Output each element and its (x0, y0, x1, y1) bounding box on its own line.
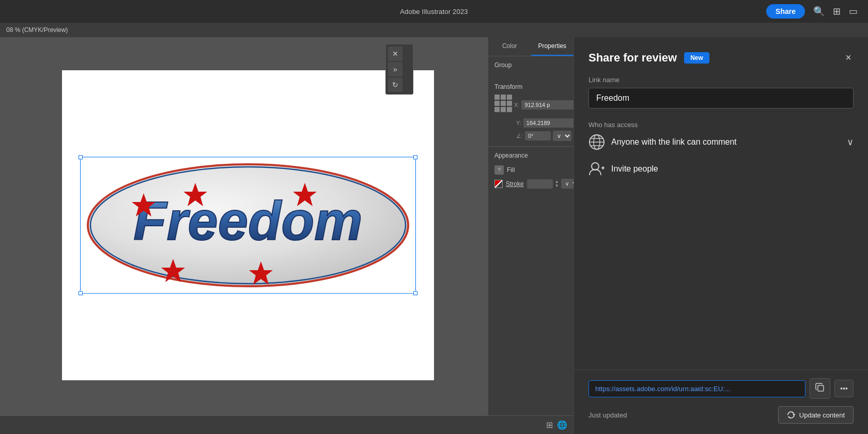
zoom-status: 08 % (CMYK/Preview) (6, 26, 68, 34)
title-bar-actions: Share 🔍 ⊞ ▭ (766, 4, 858, 19)
x-label: X: (514, 102, 519, 108)
handle-bottom-left[interactable] (79, 291, 83, 296)
svg-text:Freedom: Freedom (133, 191, 362, 251)
update-content-button[interactable]: Update content (778, 406, 854, 424)
angle-input[interactable] (525, 131, 551, 141)
share-panel-header: Share for review New × (574, 37, 868, 76)
invite-label: Invite people (611, 164, 658, 174)
stroke-down-arrow[interactable]: ▼ (555, 184, 559, 188)
transform-section: Transform X: Y: ∠: ∨ (488, 78, 574, 146)
share-panel-title: Share for review (588, 51, 677, 65)
svg-rect-16 (818, 385, 824, 391)
svg-point-13 (592, 163, 599, 170)
update-content-label: Update content (799, 411, 845, 419)
fill-question-icon: ? (494, 165, 504, 175)
who-has-access-label: Who has access (588, 121, 854, 129)
just-updated-text: Just updated (588, 411, 627, 419)
app-title: Adobe Illustrator 2023 (400, 8, 468, 16)
share-panel-title-group: Share for review New (588, 51, 709, 65)
update-row: Just updated Update content (588, 406, 854, 424)
link-name-input[interactable] (588, 88, 854, 109)
stroke-width-input[interactable] (527, 179, 553, 189)
chevron-down-icon[interactable]: ∨ (847, 136, 854, 148)
invite-row[interactable]: Invite people (588, 161, 854, 177)
y-label: Y: (516, 120, 521, 126)
close-panel-button[interactable]: ✕ (388, 47, 402, 61)
close-share-panel-button[interactable]: × (843, 50, 854, 66)
search-icon[interactable]: 🔍 (813, 6, 825, 17)
stroke-swatch-icon[interactable] (494, 179, 503, 189)
angle-select[interactable]: ∨ (553, 131, 571, 141)
fill-label: Fill (507, 166, 515, 174)
stroke-item: Stroke ▲ ▼ ∨ (494, 177, 567, 191)
access-text: Anyone with the link can comment (611, 137, 841, 147)
transform-anchor-grid[interactable] (494, 95, 512, 112)
share-for-review-panel: Share for review New × Link name Who has… (574, 37, 868, 434)
bottom-bar: ⊞ 🌐 (0, 415, 574, 434)
access-row: Anyone with the link can comment ∨ (588, 134, 854, 150)
status-bar: 08 % (CMYK/Preview) (0, 23, 868, 37)
globe-icon (588, 134, 605, 150)
x-row: X: (494, 95, 567, 115)
y-row: Y: (494, 118, 567, 128)
globe-bottom-icon[interactable]: 🌐 (557, 420, 567, 430)
rotate-icon-button[interactable]: ↻ (388, 78, 402, 92)
link-row: ••• (588, 378, 854, 399)
panel-tabs: Color Properties (488, 37, 574, 56)
handle-bottom-right[interactable] (413, 291, 417, 296)
floating-toolbar: ✕ » ↻ (385, 44, 413, 95)
title-bar: Adobe Illustrator 2023 Share 🔍 ⊞ ▭ (0, 0, 868, 23)
share-button[interactable]: Share (766, 4, 805, 19)
canvas-area: Freedom (0, 37, 496, 434)
group-section: Group (488, 56, 574, 78)
angle-row: ∠: ∨ (494, 131, 567, 141)
appearance-section: Appearance ? Fill Stroke ▲ ▼ ∨ (488, 146, 574, 196)
tab-properties[interactable]: Properties (531, 37, 574, 56)
appearance-title: Appearance (494, 152, 567, 159)
artboard: Freedom (62, 70, 434, 380)
handle-top-left[interactable] (79, 156, 83, 160)
link-name-label: Link name (588, 76, 854, 84)
workspace-switcher-icon[interactable]: ⊞ (833, 6, 841, 17)
ellipsis-icon: ••• (840, 384, 848, 393)
handle-top-right[interactable] (413, 156, 417, 160)
arrange-windows-icon[interactable]: ▭ (849, 6, 858, 17)
transform-title: Transform (494, 83, 567, 90)
share-panel-body: Link name Who has access Anyone with the… (574, 76, 868, 369)
group-title: Group (494, 61, 567, 69)
artwork: Freedom (83, 158, 413, 292)
share-panel-footer: ••• Just updated Update content (574, 369, 868, 434)
new-badge: New (684, 52, 709, 64)
angle-label: ∠: (516, 133, 523, 140)
more-options-button[interactable]: ••• (834, 380, 854, 397)
update-icon (787, 411, 795, 419)
stroke-stepper-arrows[interactable]: ▲ ▼ (555, 180, 559, 188)
fill-item: ? Fill (494, 163, 567, 177)
tab-color[interactable]: Color (488, 37, 531, 56)
stroke-label[interactable]: Stroke (506, 180, 524, 188)
share-link-input[interactable] (588, 380, 805, 397)
grid-icon[interactable]: ⊞ (546, 420, 553, 430)
stroke-controls: ▲ ▼ ∨ (527, 179, 579, 189)
expand-button[interactable]: » (388, 62, 402, 76)
copy-link-button[interactable] (810, 378, 830, 399)
properties-panel: Color Properties Group Transform X: Y: ∠… (488, 37, 574, 434)
invite-person-icon (588, 161, 605, 177)
